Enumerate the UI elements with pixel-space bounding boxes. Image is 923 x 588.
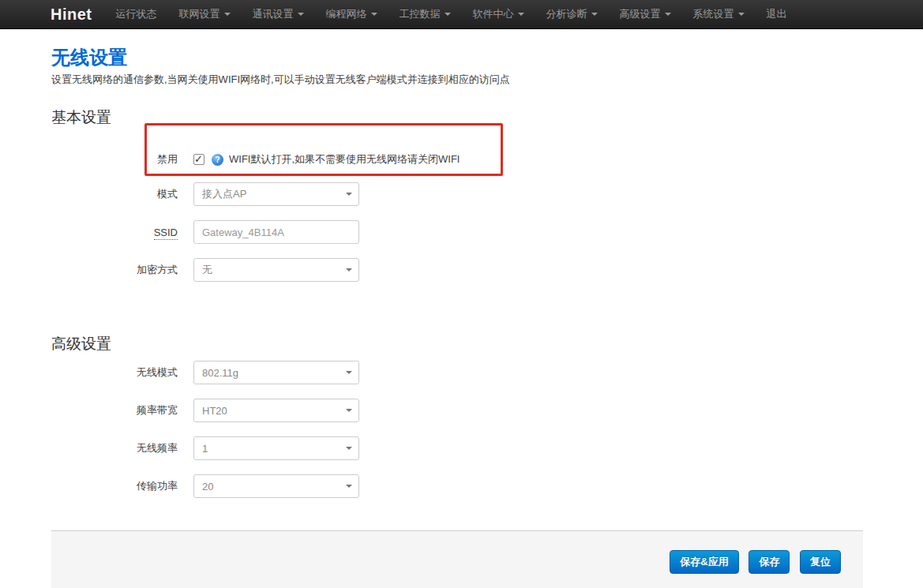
section-heading-basic: 基本设置 bbox=[51, 109, 923, 125]
ssid-input[interactable] bbox=[193, 220, 359, 244]
chevron-down-icon bbox=[224, 13, 231, 19]
chevron-down-icon bbox=[346, 485, 352, 491]
action-footer: 保存&应用 保存 复位 bbox=[51, 530, 863, 588]
nav-item-software-center[interactable]: 软件中心 bbox=[462, 0, 535, 28]
save-button[interactable]: 保存 bbox=[749, 550, 790, 574]
form-row-bandwidth: 频率带宽 HT20 bbox=[51, 399, 923, 422]
encryption-select[interactable]: 无 bbox=[193, 258, 359, 282]
help-icon: ? bbox=[212, 154, 223, 166]
form-row-mode: 模式 接入点AP bbox=[51, 182, 923, 206]
save-apply-button[interactable]: 保存&应用 bbox=[670, 550, 738, 574]
form-row-tx-power: 传输功率 20 bbox=[51, 474, 923, 498]
page-title: 无线设置 bbox=[51, 47, 923, 68]
section-heading-advanced: 高级设置 bbox=[51, 335, 923, 352]
nav-menu: 运行状态 联网设置 通讯设置 编程网络 工控数据 软件中心 分析诊断 高级设置 … bbox=[105, 0, 798, 28]
bandwidth-label: 频率带宽 bbox=[51, 403, 193, 418]
disable-checkbox[interactable] bbox=[193, 154, 204, 165]
form-row-disable: 禁用 ? WIFI默认打开,如果不需要使用无线网络请关闭WIFI bbox=[51, 152, 923, 167]
nav-item-comm-settings[interactable]: 通讯设置 bbox=[242, 0, 315, 28]
bandwidth-select-value: HT20 bbox=[202, 405, 346, 417]
chevron-down-icon bbox=[346, 371, 352, 377]
chevron-down-icon bbox=[371, 13, 377, 19]
wireless-mode-select-value: 802.11g bbox=[202, 367, 346, 379]
chevron-down-icon bbox=[346, 447, 352, 453]
chevron-down-icon bbox=[591, 13, 598, 19]
mode-select-value: 接入点AP bbox=[202, 187, 346, 201]
mode-label: 模式 bbox=[51, 187, 193, 201]
form-row-ssid: SSID bbox=[51, 220, 923, 244]
tx-power-label: 传输功率 bbox=[51, 479, 193, 493]
disable-label: 禁用 bbox=[51, 152, 193, 167]
page-content: 无线设置 设置无线网络的通信参数,当网关使用WIFI网络时,可以手动设置无线客户… bbox=[0, 47, 923, 498]
ssid-label: SSID bbox=[51, 227, 193, 238]
chevron-down-icon bbox=[518, 13, 524, 19]
disable-help-text: WIFI默认打开,如果不需要使用无线网络请关闭WIFI bbox=[229, 152, 460, 167]
nav-item-network-settings[interactable]: 联网设置 bbox=[168, 0, 242, 28]
wireless-mode-select[interactable]: 802.11g bbox=[193, 361, 359, 384]
channel-label: 无线频率 bbox=[51, 441, 193, 455]
chevron-down-icon bbox=[298, 13, 304, 19]
nav-item-logout[interactable]: 退出 bbox=[756, 0, 798, 28]
chevron-down-icon bbox=[346, 193, 352, 199]
nav-item-industrial-data[interactable]: 工控数据 bbox=[388, 0, 462, 28]
form-row-channel: 无线频率 1 bbox=[51, 436, 923, 460]
bandwidth-select[interactable]: HT20 bbox=[193, 399, 359, 422]
tx-power-select-value: 20 bbox=[202, 481, 346, 492]
chevron-down-icon bbox=[738, 13, 745, 19]
encryption-select-value: 无 bbox=[202, 263, 346, 277]
encryption-label: 加密方式 bbox=[51, 263, 193, 277]
nav-item-programming-network[interactable]: 编程网络 bbox=[315, 0, 388, 28]
chevron-down-icon bbox=[346, 409, 352, 415]
nav-item-running-status[interactable]: 运行状态 bbox=[105, 0, 168, 28]
reset-button[interactable]: 复位 bbox=[800, 550, 841, 574]
brand-logo[interactable]: Hinet bbox=[51, 6, 92, 24]
chevron-down-icon bbox=[665, 13, 671, 19]
tx-power-select[interactable]: 20 bbox=[193, 474, 359, 498]
nav-item-analysis-diagnosis[interactable]: 分析诊断 bbox=[535, 0, 609, 28]
form-row-wireless-mode: 无线模式 802.11g bbox=[51, 361, 923, 384]
chevron-down-icon bbox=[445, 13, 451, 19]
chevron-down-icon bbox=[346, 268, 352, 275]
nav-item-system-settings[interactable]: 系统设置 bbox=[682, 0, 756, 28]
nav-item-advanced-settings[interactable]: 高级设置 bbox=[609, 0, 682, 28]
mode-select[interactable]: 接入点AP bbox=[193, 182, 359, 206]
channel-select[interactable]: 1 bbox=[193, 436, 359, 460]
wireless-mode-label: 无线模式 bbox=[51, 365, 193, 380]
channel-select-value: 1 bbox=[202, 443, 346, 455]
top-navbar: Hinet 运行状态 联网设置 通讯设置 编程网络 工控数据 软件中心 分析诊断… bbox=[0, 0, 923, 29]
form-row-encryption: 加密方式 无 bbox=[51, 258, 923, 282]
page-subtitle: 设置无线网络的通信参数,当网关使用WIFI网络时,可以手动设置无线客户端模式并连… bbox=[51, 73, 923, 85]
